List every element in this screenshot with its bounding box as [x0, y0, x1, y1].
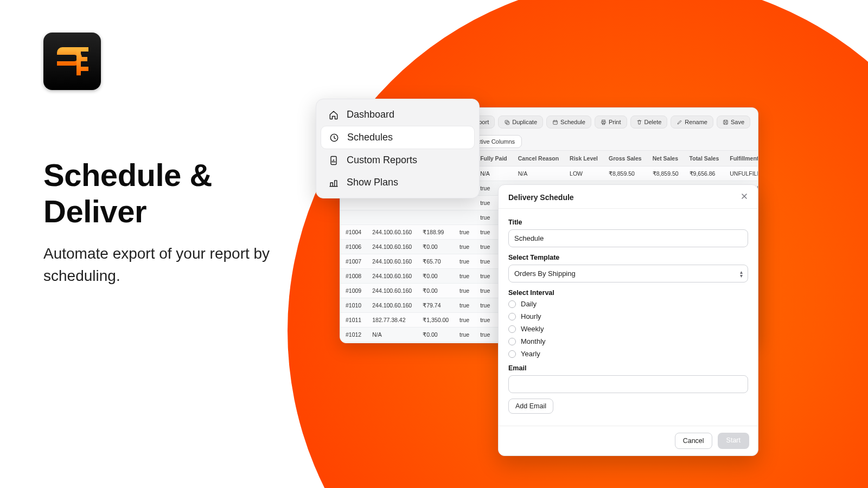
table-cell: true	[454, 342, 475, 344]
radio-icon	[508, 325, 516, 333]
title-input[interactable]	[508, 229, 748, 247]
calendar-icon	[552, 119, 558, 125]
email-input[interactable]	[508, 375, 748, 393]
template-label: Select Template	[508, 254, 748, 261]
plans-icon	[328, 177, 339, 188]
nav-item-dashboard[interactable]: Dashboard	[321, 104, 475, 126]
table-cell: true	[454, 328, 475, 342]
svg-rect-2	[553, 120, 558, 124]
nav-item-custom-reports[interactable]: Custom Reports	[321, 149, 475, 171]
nav-label: Custom Reports	[347, 155, 417, 166]
save-button[interactable]: Save	[717, 115, 750, 129]
modal-title: Delivery Schedule	[508, 193, 574, 202]
report-toolbar: Export Duplicate Schedule Print Delete R…	[457, 115, 750, 129]
hero-title: Schedule & Deliver	[43, 157, 212, 229]
table-cell: 244.100.60.160	[367, 284, 417, 298]
table-cell: ₹1,350.00	[417, 342, 454, 344]
cancel-button[interactable]: Cancel	[675, 433, 712, 449]
trash-icon	[636, 119, 642, 125]
radio-icon	[508, 350, 516, 358]
home-icon	[328, 110, 339, 120]
copy-icon	[504, 119, 510, 125]
interval-option-hourly[interactable]: Hourly	[508, 312, 748, 320]
table-cell: ₹0.00	[417, 328, 454, 342]
table-cell: #1011	[340, 313, 367, 328]
hero-subtitle: Automate export of your report by schedu…	[43, 243, 298, 287]
table-cell: #1007	[340, 254, 367, 269]
radio-icon	[508, 313, 516, 320]
delivery-schedule-modal: Delivery Schedule Title Select Template …	[498, 184, 758, 456]
table-cell: true	[454, 240, 475, 254]
interval-label: Hourly	[521, 312, 541, 320]
table-cell: ₹0.00	[417, 240, 454, 254]
table-header[interactable]: Net Sales	[647, 151, 684, 166]
table-cell	[454, 210, 475, 225]
table-cell: true	[454, 269, 475, 284]
print-button[interactable]: Print	[595, 115, 627, 129]
nav-label: Show Plans	[347, 177, 398, 188]
interval-option-monthly[interactable]: Monthly	[508, 337, 748, 345]
table-cell: ₹188.99	[417, 225, 454, 240]
table-cell: 244.100.60.160	[367, 254, 417, 269]
title-label: Title	[508, 219, 748, 226]
table-cell: UNFULFILLED	[724, 166, 758, 181]
chevron-up-down-icon: ▴▾	[740, 270, 743, 278]
interval-option-daily[interactable]: Daily	[508, 300, 748, 308]
nav-label: Dashboard	[347, 109, 394, 120]
table-header[interactable]: Total Sales	[684, 151, 725, 166]
hero-title-line2: Deliver	[43, 194, 146, 229]
radio-icon	[508, 338, 516, 345]
interval-label: Weekly	[521, 325, 544, 333]
interval-label: Yearly	[521, 350, 540, 358]
svg-rect-0	[505, 120, 508, 124]
table-cell: ₹8,859.50	[647, 166, 684, 181]
table-cell: #1008	[340, 269, 367, 284]
interval-label: Daily	[521, 300, 537, 308]
app-logo	[43, 33, 101, 90]
nav-item-schedules[interactable]: Schedules	[321, 126, 475, 149]
add-email-button[interactable]: Add Email	[508, 399, 553, 414]
table-cell: true	[454, 313, 475, 328]
rename-button[interactable]: Rename	[671, 115, 713, 129]
interval-option-yearly[interactable]: Yearly	[508, 350, 748, 358]
table-cell: ₹0.00	[417, 269, 454, 284]
table-header[interactable]: Fully Paid	[475, 151, 513, 166]
table-header[interactable]: Fulfillment Status	[724, 151, 758, 166]
pencil-icon	[676, 119, 682, 125]
svg-rect-6	[724, 120, 728, 124]
start-button[interactable]: Start	[718, 433, 749, 449]
table-header[interactable]: Gross Sales	[603, 151, 647, 166]
table-cell: LOW	[564, 166, 603, 181]
email-label: Email	[508, 364, 748, 372]
interval-option-weekly[interactable]: Weekly	[508, 325, 748, 333]
table-header[interactable]: Cancel Reason	[513, 151, 564, 166]
delete-button[interactable]: Delete	[630, 115, 668, 129]
table-cell	[367, 210, 417, 225]
table-cell: #1010	[340, 298, 367, 313]
table-cell: ₹79.74	[417, 298, 454, 313]
nav-item-show-plans[interactable]: Show Plans	[321, 171, 475, 194]
schedule-button[interactable]: Schedule	[546, 115, 591, 129]
table-cell: N/A	[513, 166, 564, 181]
close-button[interactable]	[741, 192, 748, 202]
clock-icon	[329, 132, 340, 143]
radio-icon	[508, 300, 516, 308]
table-cell: N/A	[475, 166, 513, 181]
table-cell: true	[454, 284, 475, 298]
duplicate-button[interactable]: Duplicate	[498, 115, 543, 129]
svg-rect-5	[602, 123, 604, 124]
interval-radio-group: DailyHourlyWeeklyMonthlyYearly	[508, 300, 748, 358]
table-cell: #1004	[340, 225, 367, 240]
table-cell: ₹1,350.00	[417, 313, 454, 328]
interval-label: Select Interval	[508, 289, 748, 297]
printer-icon	[601, 119, 607, 125]
interval-label: Monthly	[521, 337, 546, 345]
table-cell: ₹8,859.50	[603, 166, 647, 181]
logo-icon	[55, 44, 90, 79]
report-icon	[328, 155, 339, 166]
nav-label: Schedules	[347, 132, 393, 143]
template-select[interactable]	[508, 265, 748, 282]
table-cell	[340, 210, 367, 225]
close-icon	[741, 192, 748, 200]
table-header[interactable]: Risk Level	[564, 151, 603, 166]
